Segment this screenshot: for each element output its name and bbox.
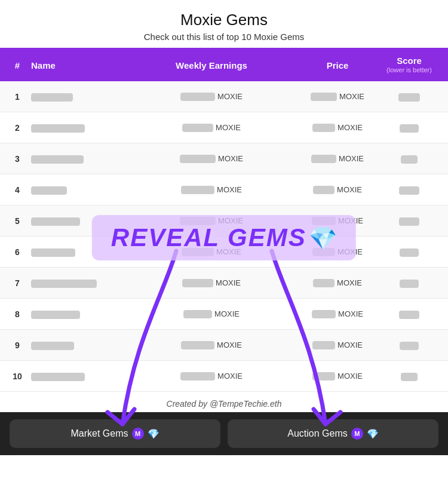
cell-rank: 6 xyxy=(6,244,29,260)
name-blur xyxy=(31,186,67,195)
cell-earnings: MOXIE xyxy=(124,151,299,167)
table-row: 5 MOXIE MOXIE xyxy=(0,205,448,237)
price-moxie-label: MOXIE xyxy=(339,92,364,101)
cell-name xyxy=(29,243,124,260)
price-blur xyxy=(311,155,336,163)
table-row: 10 MOXIE MOXIE xyxy=(0,361,448,392)
cell-rank: 9 xyxy=(6,337,29,354)
page-subtitle: Check out this list of top 10 Moxie Gems xyxy=(12,32,436,42)
cell-score xyxy=(376,243,442,260)
market-gem-emoji: 💎 xyxy=(148,428,159,440)
earnings-moxie-label: MOXIE xyxy=(216,247,241,256)
name-blur xyxy=(31,311,80,319)
cell-score xyxy=(376,119,442,136)
footer-credit: Created by @TempeTechie.eth xyxy=(0,392,448,412)
price-moxie-label: MOXIE xyxy=(338,216,363,225)
price-blur xyxy=(312,341,335,349)
cell-name xyxy=(29,119,124,136)
table-row: 4 MOXIE MOXIE xyxy=(0,174,448,205)
cell-rank: 1 xyxy=(6,88,29,105)
name-blur xyxy=(31,280,97,288)
cell-price: MOXIE xyxy=(299,337,376,353)
earnings-blur xyxy=(183,310,212,318)
cell-rank: 7 xyxy=(6,275,29,291)
cell-earnings: MOXIE xyxy=(124,213,299,229)
earnings-moxie-label: MOXIE xyxy=(217,372,243,380)
earnings-blur xyxy=(180,372,215,380)
cell-name xyxy=(29,336,124,353)
price-moxie-label: MOXIE xyxy=(337,278,362,287)
cell-earnings: MOXIE xyxy=(124,119,299,136)
col-score: Score (lower is better) xyxy=(376,51,442,79)
cell-name xyxy=(29,88,124,105)
cell-earnings: MOXIE xyxy=(124,306,299,322)
auction-gem-emoji: 💎 xyxy=(367,428,379,440)
score-blur xyxy=(401,373,418,381)
cell-rank: 4 xyxy=(6,182,29,198)
table-row: 1 MOXIE MOXIE xyxy=(0,81,448,112)
name-blur xyxy=(31,93,73,102)
table-row: 8 MOXIE MOXIE xyxy=(0,299,448,330)
table-row: 2 MOXIE MOXIE xyxy=(0,112,448,143)
cell-earnings: MOXIE xyxy=(124,244,299,260)
col-rank: # xyxy=(6,56,29,75)
market-gems-label: Market Gems xyxy=(70,428,128,439)
market-gems-button[interactable]: Market Gems M 💎 xyxy=(10,419,220,448)
price-blur xyxy=(312,217,336,225)
name-blur xyxy=(31,373,85,381)
market-m-icon: M xyxy=(132,428,144,440)
price-blur xyxy=(313,186,335,194)
cell-price: MOXIE xyxy=(299,182,376,198)
col-price: Price xyxy=(299,56,376,75)
cell-earnings: MOXIE xyxy=(124,182,299,198)
auction-gems-label: Auction Gems xyxy=(287,428,347,439)
score-blur xyxy=(400,280,419,288)
cell-name xyxy=(29,181,124,198)
price-blur xyxy=(312,124,335,132)
earnings-blur xyxy=(181,186,214,194)
price-moxie-label: MOXIE xyxy=(337,123,363,132)
earnings-blur xyxy=(180,217,216,225)
score-blur xyxy=(400,342,419,350)
earnings-moxie-label: MOXIE xyxy=(217,340,242,349)
cell-score xyxy=(376,367,442,384)
cell-earnings: MOXIE xyxy=(124,275,299,291)
cell-price: MOXIE xyxy=(299,119,376,136)
table-body: 1 MOXIE MOXIE 2 xyxy=(0,81,448,392)
cell-earnings: MOXIE xyxy=(124,337,299,353)
gems-table: # Name Weekly Earnings Price Score (lowe… xyxy=(0,48,448,392)
table-row: 3 MOXIE MOXIE xyxy=(0,143,448,174)
auction-m-icon: M xyxy=(351,428,363,440)
cell-rank: 2 xyxy=(6,119,29,136)
earnings-blur xyxy=(180,93,215,101)
earnings-moxie-label: MOXIE xyxy=(214,309,240,318)
score-blur xyxy=(399,186,419,195)
cell-name xyxy=(29,305,124,322)
table-row: 7 MOXIE MOXIE xyxy=(0,268,448,299)
cell-earnings: MOXIE xyxy=(124,368,299,384)
cell-price: MOXIE xyxy=(299,244,376,260)
earnings-moxie-label: MOXIE xyxy=(216,278,241,287)
price-moxie-label: MOXIE xyxy=(337,372,363,380)
earnings-blur xyxy=(182,124,213,132)
cell-name xyxy=(29,212,124,229)
cell-price: MOXIE xyxy=(299,88,376,105)
score-blur xyxy=(399,311,419,319)
earnings-moxie-label: MOXIE xyxy=(216,123,241,132)
auction-gems-button[interactable]: Auction Gems M 💎 xyxy=(228,419,438,448)
earnings-moxie-label: MOXIE xyxy=(218,154,243,163)
col-earnings: Weekly Earnings xyxy=(124,56,299,75)
earnings-blur xyxy=(182,248,214,256)
cell-rank: 8 xyxy=(6,306,29,323)
earnings-blur xyxy=(180,155,216,163)
price-moxie-label: MOXIE xyxy=(338,309,363,318)
score-blur xyxy=(400,248,419,257)
cell-score xyxy=(376,305,442,322)
score-blur xyxy=(400,124,419,133)
cell-name xyxy=(29,150,124,167)
score-blur xyxy=(401,155,418,164)
cell-score xyxy=(376,212,442,229)
earnings-blur xyxy=(181,341,214,349)
score-blur xyxy=(398,93,420,102)
bottom-bar: Market Gems M 💎 Auction Gems M 💎 xyxy=(0,412,448,455)
